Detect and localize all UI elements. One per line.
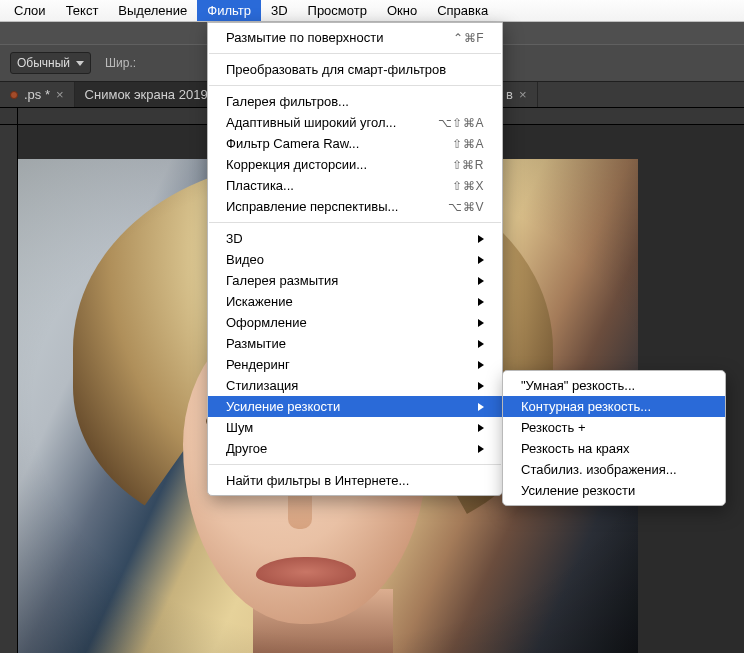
menu-item-label: Галерея размытия <box>226 273 338 288</box>
menu-separator <box>209 85 501 86</box>
menu-item-label: Рендеринг <box>226 357 290 372</box>
menu-separator <box>209 222 501 223</box>
menu-item[interactable]: Найти фильтры в Интернете... <box>208 470 502 491</box>
menu-item-label: Контурная резкость... <box>521 399 651 414</box>
menu-item[interactable]: Размытие по поверхности⌃⌘F <box>208 27 502 48</box>
close-icon[interactable]: × <box>56 87 64 102</box>
menu-item-label: Фильтр Camera Raw... <box>226 136 359 151</box>
filter-menu: Размытие по поверхности⌃⌘FПреобразовать … <box>207 22 503 496</box>
menu-item[interactable]: Коррекция дисторсии...⇧⌘R <box>208 154 502 175</box>
submenu-arrow-icon <box>478 420 484 435</box>
menu-item-label: 3D <box>226 231 243 246</box>
menubar-item-0[interactable]: Слои <box>4 0 56 21</box>
chevron-down-icon <box>76 61 84 66</box>
menubar-item-6[interactable]: Окно <box>377 0 427 21</box>
menu-item-label: Исправление перспективы... <box>226 199 398 214</box>
submenu-arrow-icon <box>478 273 484 288</box>
menu-item[interactable]: 3D <box>208 228 502 249</box>
submenu-arrow-icon <box>478 294 484 309</box>
submenu-arrow-icon <box>478 357 484 372</box>
menu-separator <box>209 53 501 54</box>
menu-item-label: Адаптивный широкий угол... <box>226 115 396 130</box>
menu-item[interactable]: Стилизация <box>208 375 502 396</box>
menu-item-label: Размытие по поверхности <box>226 30 383 45</box>
menu-item[interactable]: Резкость + <box>503 417 725 438</box>
menu-item[interactable]: Исправление перспективы...⌥⌘V <box>208 196 502 217</box>
menu-separator <box>209 464 501 465</box>
menu-item[interactable]: Другое <box>208 438 502 459</box>
width-label: Шир.: <box>105 56 136 70</box>
menu-item-label: Искажение <box>226 294 293 309</box>
menu-item-label: Резкость на краях <box>521 441 630 456</box>
menu-item[interactable]: Пластика...⇧⌘X <box>208 175 502 196</box>
menubar-item-2[interactable]: Выделение <box>108 0 197 21</box>
menu-item[interactable]: Искажение <box>208 291 502 312</box>
menu-item[interactable]: Адаптивный широкий угол...⌥⇧⌘A <box>208 112 502 133</box>
submenu-arrow-icon <box>478 315 484 330</box>
menu-item-label: Размытие <box>226 336 286 351</box>
menubar-item-3[interactable]: Фильтр <box>197 0 261 21</box>
menu-item[interactable]: Усиление резкости <box>208 396 502 417</box>
menu-item[interactable]: Стабилиз. изображения... <box>503 459 725 480</box>
document-tab[interactable]: .ps *× <box>0 82 75 107</box>
menu-item-label: Стабилиз. изображения... <box>521 462 677 477</box>
menu-item-label: Пластика... <box>226 178 294 193</box>
sharpen-submenu: "Умная" резкость...Контурная резкость...… <box>502 370 726 506</box>
menubar-item-1[interactable]: Текст <box>56 0 109 21</box>
submenu-arrow-icon <box>478 378 484 393</box>
menu-item-label: Коррекция дисторсии... <box>226 157 367 172</box>
menubar-item-7[interactable]: Справка <box>427 0 498 21</box>
menu-item[interactable]: Резкость на краях <box>503 438 725 459</box>
menu-item[interactable]: Усиление резкости <box>503 480 725 501</box>
menu-item-label: Стилизация <box>226 378 298 393</box>
submenu-arrow-icon <box>478 399 484 414</box>
menu-item[interactable]: Размытие <box>208 333 502 354</box>
menu-item[interactable]: Фильтр Camera Raw...⇧⌘A <box>208 133 502 154</box>
menu-item[interactable]: Рендеринг <box>208 354 502 375</box>
menubar-item-5[interactable]: Просмотр <box>298 0 377 21</box>
menu-shortcut: ⇧⌘R <box>452 158 484 172</box>
menu-item[interactable]: Видео <box>208 249 502 270</box>
ruler-corner <box>0 108 18 125</box>
menu-item[interactable]: Шум <box>208 417 502 438</box>
menu-shortcut: ⇧⌘X <box>452 179 484 193</box>
menu-item-label: Видео <box>226 252 264 267</box>
menu-shortcut: ⌥⌘V <box>448 200 484 214</box>
blend-mode-value: Обычный <box>17 56 70 70</box>
menu-item[interactable]: Галерея фильтров... <box>208 91 502 112</box>
menu-item-label: Оформление <box>226 315 307 330</box>
menu-item-label: Другое <box>226 441 267 456</box>
menu-item[interactable]: Оформление <box>208 312 502 333</box>
menu-item-label: Резкость + <box>521 420 586 435</box>
menu-item-label: Галерея фильтров... <box>226 94 349 109</box>
menubar-item-4[interactable]: 3D <box>261 0 298 21</box>
menubar: СлоиТекстВыделениеФильтр3DПросмотрОкноСп… <box>0 0 744 22</box>
menu-item-label: Преобразовать для смарт-фильтров <box>226 62 446 77</box>
menu-shortcut: ⇧⌘A <box>452 137 484 151</box>
menu-item[interactable]: Галерея размытия <box>208 270 502 291</box>
blend-mode-select[interactable]: Обычный <box>10 52 91 74</box>
menu-item-label: Шум <box>226 420 253 435</box>
ruler-vertical[interactable] <box>0 125 18 653</box>
submenu-arrow-icon <box>478 231 484 246</box>
menu-item-label: Найти фильтры в Интернете... <box>226 473 409 488</box>
menu-item-label: "Умная" резкость... <box>521 378 635 393</box>
menu-item-label: Усиление резкости <box>521 483 635 498</box>
submenu-arrow-icon <box>478 336 484 351</box>
menu-item[interactable]: Преобразовать для смарт-фильтров <box>208 59 502 80</box>
menu-item[interactable]: Контурная резкость... <box>503 396 725 417</box>
close-icon[interactable]: × <box>519 87 527 102</box>
submenu-arrow-icon <box>478 252 484 267</box>
unsaved-dot-icon <box>10 91 18 99</box>
menu-item[interactable]: "Умная" резкость... <box>503 375 725 396</box>
menu-shortcut: ⌥⇧⌘A <box>438 116 484 130</box>
tab-label: .ps * <box>24 87 50 102</box>
menu-item-label: Усиление резкости <box>226 399 340 414</box>
menu-shortcut: ⌃⌘F <box>453 31 484 45</box>
submenu-arrow-icon <box>478 441 484 456</box>
